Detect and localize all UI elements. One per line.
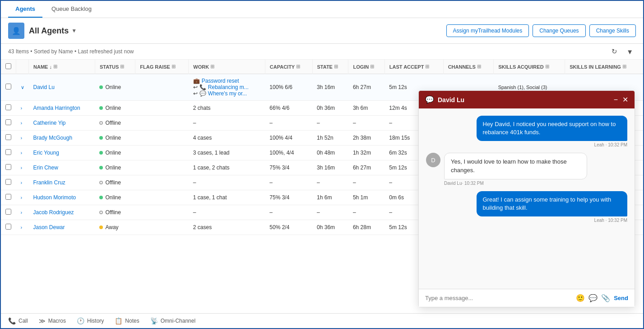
bottom-notes[interactable]: 📋 Notes [115,317,139,324]
th-skills-acquired[interactable]: SKILLS ACQUIRED⊞ [494,60,565,74]
tab-agents[interactable]: Agents [8,1,42,18]
refresh-button[interactable]: ↻ [609,47,620,56]
row-expand-button[interactable]: › [21,195,23,200]
agent-name-link[interactable]: Franklin Cruz [33,179,65,186]
work-item-link[interactable]: Rebalancing m... [208,84,249,90]
agent-status-cell: Offline [95,175,135,190]
name-filter-icon[interactable]: ⊞ [53,64,57,70]
attachment-icon[interactable]: 📎 [601,294,610,302]
status-dot [99,106,103,110]
th-skills-learning[interactable]: SKILLS IN LEARNING⊞ [565,60,643,74]
state-filter-icon[interactable]: ⊞ [334,64,338,70]
th-state[interactable]: STATE⊞ [312,60,348,74]
row-expand-button[interactable]: › [21,180,23,185]
chat-bubble-icon[interactable]: 💬 [588,294,598,302]
agent-name-link[interactable]: Erin Chew [33,164,58,171]
row-checkbox[interactable] [5,119,11,125]
lastaccept-filter-icon[interactable]: ⊞ [425,64,429,70]
row-checkbox[interactable] [5,149,11,155]
row-checkbox-cell [1,131,16,146]
work-filter-icon[interactable]: ⊞ [210,64,214,70]
row-expand-button[interactable]: › [21,105,23,111]
th-name[interactable]: NAME ↓⊞ [29,60,95,74]
agent-name-link[interactable]: Hudson Morimoto [33,194,76,201]
login-filter-icon[interactable]: ⊞ [370,64,374,70]
row-checkbox[interactable] [5,194,11,200]
status-filter-icon[interactable]: ⊞ [120,64,124,70]
row-expand-button[interactable]: › [21,135,23,141]
agent-name-cell: Franklin Cruz [29,175,95,190]
agent-name-link[interactable]: Eric Young [33,150,59,156]
row-checkbox[interactable] [5,224,11,230]
chat-messages: Hey David, I noticed you needed support … [419,108,635,289]
status-dot [99,211,103,214]
tab-queue-backlog[interactable]: Queue Backlog [44,1,99,18]
channels-filter-icon[interactable]: ⊞ [477,64,481,70]
row-checkbox[interactable] [5,104,11,110]
flagraise-filter-icon[interactable]: ⊞ [171,64,176,70]
work-item-link[interactable]: Password reset [202,78,239,84]
bottom-macros[interactable]: ≫ Macros [39,317,66,324]
row-expand-button[interactable]: ∨ [21,85,24,90]
agent-flagraise-cell [135,160,189,175]
row-expand-button[interactable]: › [21,165,23,170]
bottom-omni-channel[interactable]: 📡 Omni-Channel [150,317,195,324]
change-skills-button[interactable]: Change Skills [589,24,636,37]
th-login[interactable]: LOGIN⊞ [348,60,385,74]
agent-flagraise-cell [135,116,189,131]
status-dot [99,136,103,140]
bottom-call[interactable]: 📞 Call [8,317,28,324]
emoji-icon[interactable]: 🙂 [576,294,585,302]
chat-message-input[interactable] [425,295,572,301]
bottom-history[interactable]: 🕐 History [77,317,104,324]
th-channels[interactable]: CHANNELS⊞ [443,60,494,74]
agent-name-link[interactable]: Jacob Rodriguez [33,209,74,216]
filter-button[interactable]: ▼ [624,47,636,56]
capacity-filter-icon[interactable]: ⊞ [296,64,300,70]
row-expand-button[interactable]: › [21,210,23,215]
row-checkbox[interactable] [5,164,11,170]
th-work[interactable]: WORK⊞ [189,60,265,74]
agent-name-link[interactable]: Jason Dewar [33,224,65,230]
assign-mytrailhead-button[interactable]: Assign myTrailhead Modules [446,24,529,37]
th-last-accept[interactable]: LAST ACCEPT⊞ [385,60,443,74]
skillslearn-filter-icon[interactable]: ⊞ [622,64,626,70]
agent-name-link[interactable]: Amanda Harrington [33,105,80,111]
row-expand-button[interactable]: › [21,120,23,126]
agent-flagraise-cell [135,205,189,220]
th-capacity[interactable]: CAPACITY⊞ [265,60,312,74]
row-checkbox[interactable] [5,134,11,140]
chat-minimize-button[interactable]: − [614,95,618,104]
row-checkbox[interactable] [5,179,11,185]
agent-name-link[interactable]: David Lu [33,84,55,90]
top-tabs: Agents Queue Backlog [1,1,643,18]
dropdown-arrow-icon[interactable]: ▼ [71,28,77,34]
change-queues-button[interactable]: Change Queues [533,24,585,37]
agent-flagraise-cell [135,175,189,190]
status-dot [99,181,103,184]
select-all-checkbox[interactable] [5,63,11,69]
chat-message-sent: Hey David, I noticed you needed support … [477,116,628,147]
agent-state-cell: – [312,175,348,190]
agent-status-text: Online [105,194,121,201]
agent-status-cell: Online [95,131,135,146]
chat-close-button[interactable]: ✕ [622,95,628,104]
row-expand-button[interactable]: › [21,225,23,230]
agent-state-cell: – [312,205,348,220]
agent-status-cell: Online [95,190,135,205]
send-button[interactable]: Send [614,295,628,301]
skillsacq-filter-icon[interactable]: ⊞ [545,64,549,70]
work-item-link[interactable]: Where's my or... [208,90,247,97]
agent-work-cell: 💼Password reset ↩📞Rebalancing m... ↩💬Whe… [189,74,265,101]
row-checkbox-cell [1,175,16,190]
row-checkbox[interactable] [5,84,11,89]
row-checkbox[interactable] [5,209,11,215]
agent-login-cell: 2h 38m [348,131,385,146]
th-flag-raise[interactable]: FLAG RAISE⊞ [135,60,189,74]
row-expand-button[interactable]: › [21,150,23,155]
agent-name-link[interactable]: Catherine Yip [33,120,66,126]
agent-name-link[interactable]: Brady McGough [33,135,73,141]
agent-state-cell: 3h 16m [312,74,348,101]
th-status[interactable]: STATUS⊞ [95,60,135,74]
agent-status-text: Online [105,135,121,141]
